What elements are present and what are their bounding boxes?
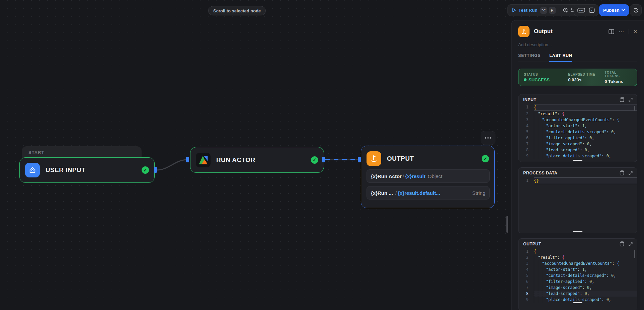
expand-icon[interactable] <box>628 171 633 175</box>
run-status-card: STATUS SUCCESS ELAPSED TIME 0.023s TOTAL… <box>518 69 637 86</box>
code-line: 6"filter-applied": 0, <box>518 279 637 285</box>
code-line: 8"lead-scraped": 0, <box>518 147 637 153</box>
panel-title: Output <box>534 28 553 35</box>
output-section-title: OUTPUT <box>523 242 541 246</box>
copy-icon[interactable] <box>620 170 624 175</box>
output-node-icon <box>518 26 530 37</box>
close-icon[interactable]: ✕ <box>633 29 637 34</box>
home-icon <box>25 163 40 177</box>
canvas-scrollbar[interactable] <box>506 216 508 233</box>
node-run-actor[interactable]: RUN ACTOR ✓ <box>190 147 324 173</box>
scroll-to-selected-node-button[interactable]: Scroll to selected node <box>208 6 266 15</box>
description-placeholder[interactable]: Add description... <box>518 42 637 47</box>
process-data-editor[interactable]: 1{} <box>518 177 637 187</box>
tab-last-run[interactable]: LAST RUN <box>549 53 572 62</box>
code-line: 3"accountedChargedEventCounts": { <box>518 117 637 123</box>
total-tokens-value: 0 Tokens <box>605 79 632 84</box>
actor-icon <box>196 153 211 167</box>
node-title: USER INPUT <box>46 166 85 174</box>
more-options-icon[interactable]: ⋯ <box>619 28 624 35</box>
code-line: 6"filter-applied": 0, <box>518 135 637 141</box>
output-handle[interactable] <box>154 167 157 173</box>
process-data-title: PROCESS DATA <box>523 171 557 175</box>
start-group-label: START <box>22 146 142 155</box>
copy-icon[interactable] <box>620 97 624 102</box>
output-code-editor[interactable]: 1{2"result": {3"accountedChargedEventCou… <box>518 248 637 305</box>
status-value: SUCCESS <box>524 77 568 82</box>
node-more-button[interactable] <box>481 131 495 145</box>
tab-settings[interactable]: SETTINGS <box>518 53 541 62</box>
output-section: OUTPUT 1{2"result": {3"accountedChargedE… <box>518 238 637 310</box>
schedule-run-icon[interactable] <box>563 7 568 13</box>
panel-tabs: SETTINGS LAST RUN <box>518 53 637 62</box>
toolbar-divider <box>559 8 559 13</box>
output-handle[interactable] <box>322 157 325 162</box>
mapping-separator: / <box>402 173 405 179</box>
env-icon[interactable]: ENV <box>577 7 585 13</box>
status-text: SUCCESS <box>529 77 550 82</box>
chevron-down-icon <box>622 9 625 11</box>
variables-icon[interactable]: x <box>589 7 595 13</box>
mapping-source: {x}Run ... <box>371 190 394 196</box>
mapping-separator: / <box>394 190 398 196</box>
publish-label: Publish <box>603 8 620 13</box>
process-data-section: PROCESS DATA 1{} <box>518 167 637 233</box>
code-line: 1{} <box>518 177 637 184</box>
output-mapping-row[interactable]: {x}Run ... / {x}result.default... String <box>367 186 490 200</box>
code-line: 8"lead-scraped": 0, <box>518 291 637 297</box>
publish-button[interactable]: Publish <box>599 4 629 16</box>
code-line: 1{ <box>518 248 637 254</box>
test-run-group: Test Run ⌥ R <box>507 4 580 16</box>
code-line: 9"place-details-scraped": 0, <box>518 297 637 303</box>
status-label: STATUS <box>524 73 568 76</box>
input-handle[interactable] <box>186 157 189 162</box>
code-line: 1{ <box>518 104 637 111</box>
node-user-input[interactable]: USER INPUT ✓ <box>19 157 155 183</box>
input-code-editor[interactable]: 1{2"result": {3"accountedChargedEventCou… <box>518 103 637 162</box>
svg-text:x: x <box>590 9 593 12</box>
code-line: 2"result": { <box>518 111 637 117</box>
test-run-button[interactable]: Test Run <box>518 8 538 13</box>
svg-text:ENV: ENV <box>579 9 584 11</box>
mapping-source: {x}Run Actor <box>371 173 402 179</box>
history-icon <box>633 7 639 13</box>
status-dot <box>524 78 527 81</box>
resize-handle[interactable] <box>573 302 582 304</box>
copy-icon[interactable] <box>620 241 624 246</box>
r-key-badge: R <box>549 7 556 14</box>
code-scrollbar[interactable] <box>634 106 635 110</box>
success-check-icon: ✓ <box>482 155 489 162</box>
mapping-type: Object <box>428 173 442 179</box>
open-docs-icon[interactable] <box>609 29 614 34</box>
code-line: 5"contact-details-scraped": 0, <box>518 273 637 279</box>
code-line: 3"accountedChargedEventCounts": { <box>518 260 637 266</box>
success-check-icon: ✓ <box>142 166 149 174</box>
inspector-panel: Output ⋯ ✕ Add description... SETTINGS L… <box>511 20 644 310</box>
total-tokens-label: TOTAL TOKENS <box>605 71 632 78</box>
input-section-title: INPUT <box>523 97 537 102</box>
code-line: 4"actor-start": 1, <box>518 266 637 273</box>
expand-icon[interactable] <box>628 242 633 246</box>
elapsed-time-label: ELAPSED TIME <box>568 73 605 76</box>
code-line: 9"place-details-scraped": 0, <box>518 153 637 159</box>
code-scrollbar[interactable] <box>634 250 635 258</box>
resize-handle[interactable] <box>573 231 582 232</box>
node-output[interactable]: OUTPUT ✓ {x}Run Actor / {x}result Object… <box>361 146 495 208</box>
code-line: 7"image-scraped": 0, <box>518 285 637 291</box>
resize-handle[interactable] <box>573 160 582 161</box>
expand-icon[interactable] <box>628 97 633 102</box>
panel-header-divider <box>629 29 629 34</box>
code-line: 4"actor-start": 1, <box>518 123 637 129</box>
play-icon[interactable] <box>511 8 516 13</box>
elapsed-time-value: 0.023s <box>568 77 605 82</box>
code-line: 5"contact-details-scraped": 0, <box>518 129 637 135</box>
mapping-type: String <box>472 190 485 196</box>
option-key-badge: ⌥ <box>540 7 547 14</box>
node-title: OUTPUT <box>387 155 414 162</box>
mapping-reference: {x}result.default... <box>398 190 440 196</box>
code-line: 2"result": { <box>518 254 637 260</box>
success-check-icon: ✓ <box>311 156 318 164</box>
run-history-button[interactable] <box>630 4 642 16</box>
output-mapping-row[interactable]: {x}Run Actor / {x}result Object <box>367 169 490 183</box>
input-handle[interactable] <box>358 157 361 162</box>
